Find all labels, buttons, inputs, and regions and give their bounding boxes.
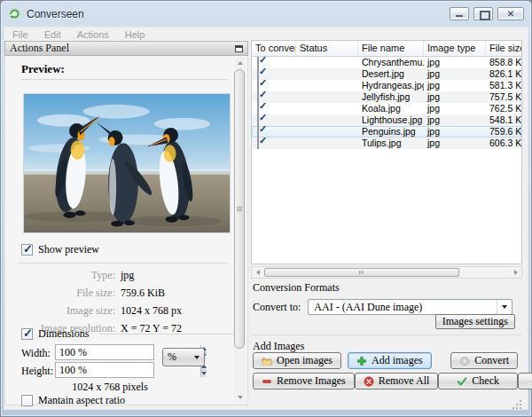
- cell-to-convert: [252, 126, 296, 138]
- preview-image: [23, 93, 231, 233]
- cell-to-convert: [252, 138, 296, 149]
- scroll-right-icon[interactable]: [510, 267, 521, 278]
- chevron-down-icon: [194, 356, 200, 359]
- remove-all-label: Remove All: [379, 374, 430, 388]
- height-spin-down[interactable]: [201, 370, 207, 378]
- table-row[interactable]: Penguins.jpgjpg759.6 KiB: [252, 126, 521, 138]
- table-row[interactable]: Jellyfish.jpgjpg757.5 KiB: [252, 91, 521, 103]
- cell-file-name: Jellyfish.jpg: [358, 91, 424, 103]
- col-file-size[interactable]: File size: [486, 41, 521, 56]
- maintain-aspect-checkbox-box[interactable]: [21, 395, 33, 406]
- menu-file[interactable]: File: [4, 29, 36, 40]
- add-images-button[interactable]: Add images: [348, 352, 432, 369]
- panel-scrollbar[interactable]: [234, 58, 246, 403]
- check-all-button[interactable]: Check All: [518, 373, 532, 389]
- cell-file-size: 826.1 KiB: [486, 68, 521, 80]
- table-hscrollbar[interactable]: [251, 266, 522, 279]
- file-size-label: File size:: [11, 287, 115, 300]
- file-table-header: To convert Status File name Image type F…: [252, 41, 521, 57]
- table-row[interactable]: Chrysanthemu...jpg858.8 KiB: [252, 57, 521, 68]
- scroll-left-icon[interactable]: [252, 267, 263, 278]
- images-settings-label: Images settings: [442, 315, 508, 328]
- remove-all-button[interactable]: Remove All: [355, 373, 439, 389]
- actions-panel-header[interactable]: Actions Panel: [4, 41, 248, 56]
- table-row[interactable]: Hydrangeas.jpgjpg581.3 KiB: [252, 80, 521, 91]
- maintain-aspect-label: Mantain aspect ratio: [38, 394, 125, 407]
- check-button[interactable]: Check: [438, 373, 518, 389]
- maximize-button[interactable]: [473, 7, 493, 20]
- row-checkbox[interactable]: [257, 80, 259, 91]
- resize-grip[interactable]: [512, 400, 521, 409]
- row-checkbox[interactable]: [257, 57, 259, 68]
- convert-to-select[interactable]: AAI - (AAI Dune image): [308, 299, 512, 315]
- main-panel: To convert Status File name Image type F…: [251, 40, 525, 409]
- cell-file-size: 581.3 KiB: [486, 80, 521, 91]
- penguins-preview-graphic: [24, 94, 230, 232]
- convert-to-label: Convert to:: [253, 301, 301, 314]
- pixel-size-note: 1024 x 768 pixels: [37, 381, 183, 394]
- col-to-convert[interactable]: To convert: [252, 41, 296, 56]
- row-checkbox[interactable]: [257, 68, 259, 80]
- remove-images-button[interactable]: Remove Images: [253, 373, 355, 389]
- menu-help[interactable]: Help: [117, 29, 153, 40]
- height-label: Height:: [21, 365, 53, 378]
- cell-image-type: jpg: [424, 103, 486, 114]
- divider: [251, 334, 522, 335]
- actions-panel-body: Preview:: [4, 56, 248, 405]
- check-icon: [457, 376, 467, 387]
- scrollbar-thumb[interactable]: [234, 69, 245, 349]
- close-button[interactable]: [497, 7, 524, 20]
- menu-edit[interactable]: Edit: [36, 29, 69, 40]
- images-settings-button[interactable]: Images settings: [435, 314, 515, 329]
- client-area: File Edit Actions Help Actions Panel Pre…: [4, 27, 528, 410]
- table-row[interactable]: Tulips.jpgjpg606.3 KiB: [252, 138, 521, 149]
- unit-select[interactable]: %: [162, 348, 205, 366]
- remove-images-label: Remove Images: [277, 374, 346, 388]
- image-size-label: Image size:: [11, 304, 115, 318]
- table-row[interactable]: Koala.jpgjpg762.5 KiB: [252, 103, 521, 114]
- check-label: Check: [472, 374, 499, 388]
- row-checkbox[interactable]: [257, 126, 259, 138]
- maintain-aspect-checkbox[interactable]: Mantain aspect ratio: [21, 394, 125, 407]
- table-row[interactable]: Desert.jpgjpg826.1 KiB: [252, 68, 521, 80]
- scroll-up-icon[interactable]: [234, 58, 246, 68]
- float-panel-icon[interactable]: [235, 45, 243, 52]
- actions-panel: Actions Panel Preview:: [4, 41, 248, 405]
- show-preview-checkbox-box[interactable]: [21, 244, 33, 256]
- hscrollbar-thumb[interactable]: [264, 268, 459, 277]
- gear-icon: [459, 356, 470, 366]
- table-row[interactable]: Lighthouse.jpgjpg548.1 KiB: [252, 114, 521, 126]
- col-file-name[interactable]: File name: [358, 41, 424, 56]
- app-window: Converseen File Edit Actions Help Action…: [0, 0, 532, 417]
- cell-file-name: Desert.jpg: [358, 68, 424, 80]
- app-logo-icon: [8, 7, 21, 20]
- col-status[interactable]: Status: [296, 41, 358, 56]
- cell-file-name: Chrysanthemu...: [358, 57, 424, 68]
- cell-file-size: 606.3 KiB: [486, 138, 521, 149]
- menu-actions[interactable]: Actions: [69, 29, 117, 40]
- scroll-down-icon[interactable]: [234, 392, 246, 403]
- row-checkbox[interactable]: [257, 103, 259, 114]
- cell-file-size: 858.8 KiB: [486, 57, 521, 68]
- dimensions-checkbox[interactable]: Dimensions: [21, 327, 237, 341]
- window-title: Converseen: [27, 8, 84, 20]
- convert-button[interactable]: Convert: [450, 352, 518, 369]
- width-label: Width:: [21, 347, 51, 360]
- dimensions-checkbox-box[interactable]: [21, 328, 33, 340]
- row-checkbox[interactable]: [257, 114, 259, 126]
- row-checkbox[interactable]: [257, 91, 259, 103]
- file-size-value: 759.6 KiB: [121, 287, 223, 300]
- open-images-button[interactable]: Open images: [253, 352, 341, 369]
- col-image-type[interactable]: Image type: [424, 41, 486, 56]
- row-checkbox[interactable]: [257, 138, 259, 149]
- actions-panel-title: Actions Panel: [10, 42, 69, 55]
- file-table-body: Chrysanthemu...jpg858.8 KiBDesert.jpgjpg…: [252, 57, 521, 149]
- type-value: jpg: [121, 269, 223, 282]
- open-images-label: Open images: [277, 354, 332, 367]
- title-bar[interactable]: Converseen: [1, 1, 531, 27]
- show-preview-checkbox[interactable]: Show preview: [21, 243, 99, 256]
- cell-file-name: Penguins.jpg: [358, 126, 424, 138]
- minus-icon: [262, 376, 272, 387]
- cell-to-convert: [252, 57, 296, 68]
- minimize-button[interactable]: [450, 7, 469, 20]
